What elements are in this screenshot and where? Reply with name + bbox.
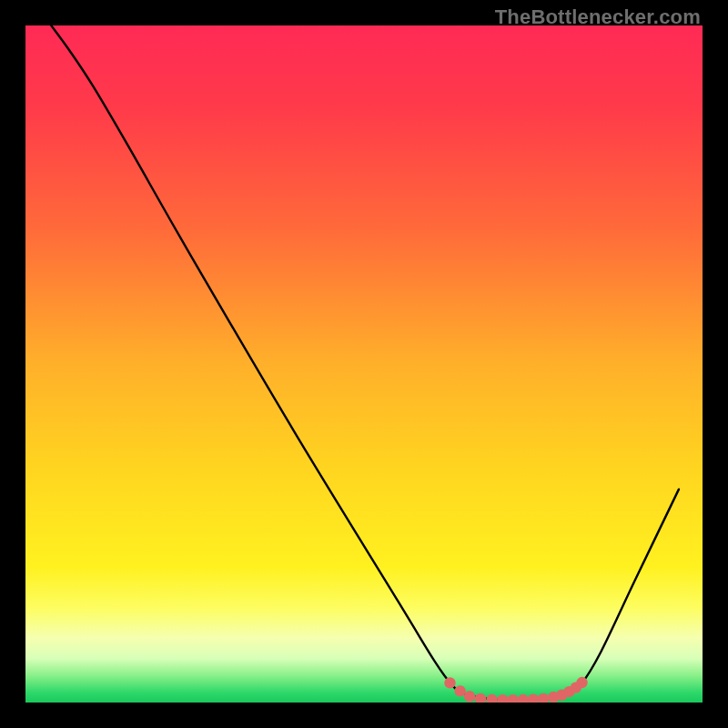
marker-dot — [576, 677, 587, 688]
chart-background — [25, 25, 703, 703]
chart-svg — [25, 25, 703, 703]
chart-area — [25, 25, 703, 703]
marker-dot — [454, 685, 465, 696]
marker-dot — [464, 691, 475, 702]
watermark-text: TheBottlenecker.com — [495, 5, 701, 29]
marker-dot — [444, 677, 455, 688]
